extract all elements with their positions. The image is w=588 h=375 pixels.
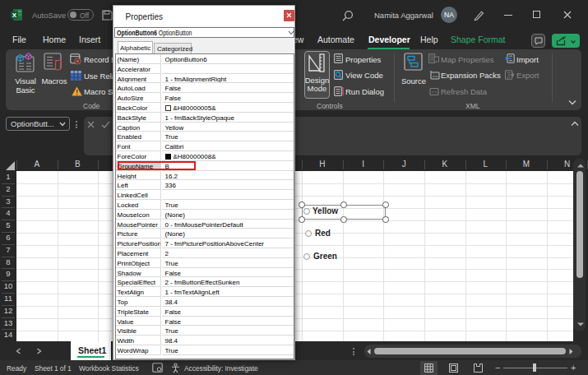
svg-text:X: X	[12, 12, 17, 19]
svg-text:<>: <>	[431, 90, 438, 95]
svg-text:<>: <>	[432, 73, 438, 79]
